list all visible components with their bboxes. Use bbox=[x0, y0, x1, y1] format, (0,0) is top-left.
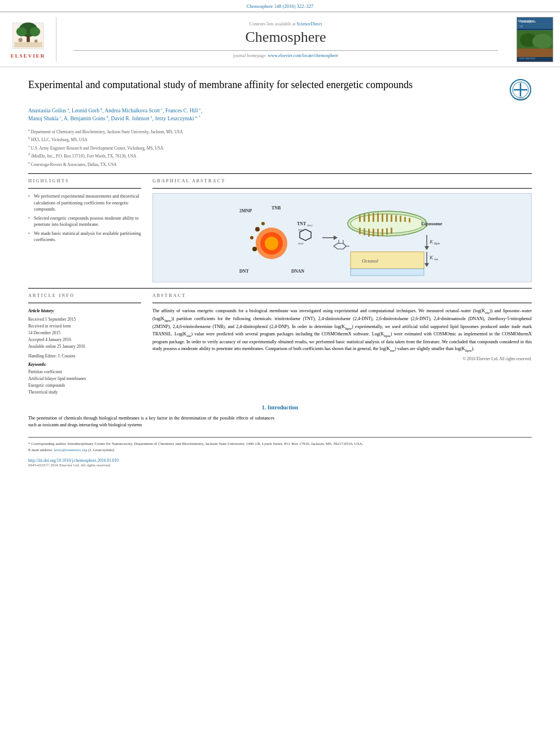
handling-editor: Handling Editor: J. Cousins bbox=[28, 353, 141, 359]
doi-url[interactable]: http://dx.doi.org/10.1016/j.chemosphere.… bbox=[28, 458, 119, 463]
main-content: Experimental and computational study of … bbox=[0, 67, 560, 473]
highlights-abstract-section: HIGHLIGHTS We performed experimental mea… bbox=[28, 178, 532, 282]
svg-point-28 bbox=[250, 236, 253, 239]
svg-rect-75 bbox=[351, 269, 424, 276]
highlights-divider bbox=[28, 188, 141, 189]
svg-rect-53 bbox=[400, 216, 401, 222]
highlight-item-1: We performed experimental measurements a… bbox=[28, 193, 141, 212]
highlights-list: We performed experimental measurements a… bbox=[28, 193, 141, 243]
history-title: Article history: bbox=[28, 308, 141, 314]
history-revised-label: Received in revised form bbox=[28, 323, 141, 330]
svg-rect-52 bbox=[395, 215, 397, 222]
svg-text:2MNP: 2MNP bbox=[239, 208, 252, 213]
footnote-corresponding: * Corresponding author. Interdisciplinar… bbox=[28, 441, 532, 447]
svg-rect-7 bbox=[14, 42, 42, 47]
svg-rect-50 bbox=[386, 214, 388, 222]
authors-line: Anastasiia Golius a, Leonid Gorb b, Andr… bbox=[28, 107, 532, 123]
intro-col-left: The penetration of chemicals through bio… bbox=[28, 415, 274, 429]
graphical-abstract-column: GRAPHICAL ABSTRACT 2MNP bbox=[152, 178, 532, 282]
journal-cover: Chemosphere 148 ISSN: 0045-6535 bbox=[515, 17, 554, 62]
journal-title: Chemosphere bbox=[62, 29, 509, 46]
keyword-2: Artificial bilayer lipid membranes bbox=[28, 375, 141, 382]
doi-section: http://dx.doi.org/10.1016/j.chemosphere.… bbox=[28, 457, 532, 468]
elsevier-tree-icon bbox=[8, 20, 48, 51]
abstract-column: ABSTRACT The affinity of various energet… bbox=[152, 293, 532, 396]
article-info-section: ARTICLE INFO Article history: Received 1… bbox=[28, 293, 532, 396]
history-online: Available online 25 January 2016 bbox=[28, 343, 141, 350]
svg-text:ow: ow bbox=[434, 257, 439, 261]
svg-point-3 bbox=[29, 27, 40, 36]
footnote-section: * Corresponding author. Interdisciplinar… bbox=[28, 437, 532, 453]
highlights-column: HIGHLIGHTS We performed experimental mea… bbox=[28, 178, 141, 282]
paper-title: Experimental and computational study of … bbox=[28, 78, 504, 91]
svg-rect-54 bbox=[404, 217, 406, 222]
keywords-section: Keywords: Partition coefficient Artifici… bbox=[28, 362, 141, 396]
svg-text:Chemosphere: Chemosphere bbox=[519, 20, 536, 23]
svg-text:DNT: DNT bbox=[239, 269, 250, 274]
svg-rect-63 bbox=[391, 228, 392, 234]
journal-header: ELSEVIER Contents lists available at Sci… bbox=[0, 11, 560, 67]
svg-rect-12 bbox=[518, 30, 553, 30]
svg-text:Liposome: Liposome bbox=[421, 221, 443, 226]
svg-rect-62 bbox=[386, 228, 388, 235]
affil-b: b HX5, LLC, Vicksburg, MS, USA bbox=[28, 136, 532, 143]
svg-point-30 bbox=[261, 222, 265, 225]
article-info-column: ARTICLE INFO Article history: Received 1… bbox=[28, 293, 141, 396]
graphical-abstract-label: GRAPHICAL ABSTRACT bbox=[152, 178, 532, 184]
crossmark-badge: CrossMark bbox=[509, 78, 532, 101]
svg-rect-51 bbox=[391, 215, 392, 222]
abstract-text: The affinity of various energetic compou… bbox=[152, 308, 532, 362]
svg-text:DNAN: DNAN bbox=[291, 269, 304, 274]
svg-text:148: 148 bbox=[519, 25, 523, 28]
article-history: Article history: Received 1 September 20… bbox=[28, 308, 141, 350]
svg-rect-57 bbox=[364, 228, 365, 235]
svg-point-2 bbox=[16, 27, 26, 36]
journal-citation: Chemosphere 148 (2016) 322–327 bbox=[0, 0, 560, 11]
introduction-header: 1. Introduction bbox=[28, 404, 532, 410]
svg-point-27 bbox=[255, 227, 260, 231]
top-divider bbox=[28, 173, 532, 174]
graphical-abstract-image: 2MNP TNB TNT DNT DNAN NO2 NO2 NO2 bbox=[152, 193, 532, 282]
affil-d: d iMedDo, Inc., P.O. Box 137103, Fort Wo… bbox=[28, 152, 532, 160]
svg-point-15 bbox=[532, 34, 553, 49]
highlight-item-2: Selected energetic compounds possess mod… bbox=[28, 215, 141, 228]
graphical-abstract-svg: 2MNP TNB TNT DNT DNAN NO2 NO2 NO2 bbox=[235, 198, 449, 277]
svg-text:CrossMark: CrossMark bbox=[514, 97, 527, 100]
affil-a: a Department of Chemistry and Biochemist… bbox=[28, 128, 532, 136]
history-received: Received 1 September 2015 bbox=[28, 316, 141, 323]
svg-text:K: K bbox=[429, 239, 434, 244]
homepage-url[interactable]: www.elsevier.com/locate/chemosphere bbox=[268, 53, 339, 58]
sciencedirect-url[interactable]: ScienceDirect bbox=[297, 21, 322, 27]
intro-text: The penetration of chemicals through bio… bbox=[28, 415, 274, 429]
history-accepted: Accepted 4 January 2016 bbox=[28, 337, 141, 343]
keyword-4: Theoretical study bbox=[28, 389, 141, 396]
svg-point-5 bbox=[18, 38, 22, 42]
elsevier-brand: ELSEVIER bbox=[11, 53, 46, 59]
svg-text:K: K bbox=[429, 255, 434, 260]
introduction-columns: The penetration of chemicals through bio… bbox=[28, 415, 532, 429]
svg-rect-61 bbox=[382, 229, 383, 236]
article-info-divider bbox=[28, 303, 141, 303]
svg-text:NO2: NO2 bbox=[298, 229, 304, 231]
keyword-3: Energetic compounds bbox=[28, 382, 141, 389]
journal-homepage: journal homepage: www.elsevier.com/locat… bbox=[62, 53, 509, 58]
keywords-title: Keywords: bbox=[28, 362, 141, 367]
keyword-1: Partition coefficient bbox=[28, 369, 141, 375]
history-revised-date: 14 December 2015 bbox=[28, 330, 141, 337]
crossmark-icon: CrossMark bbox=[509, 78, 532, 101]
email-link[interactable]: jerzy@icnanotox.org bbox=[54, 448, 88, 452]
svg-text:NO2: NO2 bbox=[307, 224, 313, 227]
affiliations: a Department of Chemistry and Biochemist… bbox=[28, 128, 532, 168]
intro-col-right bbox=[286, 415, 532, 429]
svg-rect-60 bbox=[377, 229, 379, 237]
svg-text:ISSN: 0045-6535: ISSN: 0045-6535 bbox=[519, 57, 535, 60]
middle-divider bbox=[28, 288, 532, 289]
ga-divider bbox=[152, 188, 532, 189]
highlight-item-3: We made basic statistical analysis for a… bbox=[28, 230, 141, 243]
sciencedirect-link: Contents lists available at ScienceDirec… bbox=[62, 21, 509, 27]
affil-e: e Conestoga-Rovers & Associates, Dallas,… bbox=[28, 160, 532, 168]
svg-rect-4 bbox=[27, 36, 30, 42]
doi-link-text: http://dx.doi.org/10.1016/j.chemosphere.… bbox=[28, 457, 532, 463]
abstract-label: ABSTRACT bbox=[152, 293, 532, 298]
svg-rect-59 bbox=[373, 229, 374, 237]
